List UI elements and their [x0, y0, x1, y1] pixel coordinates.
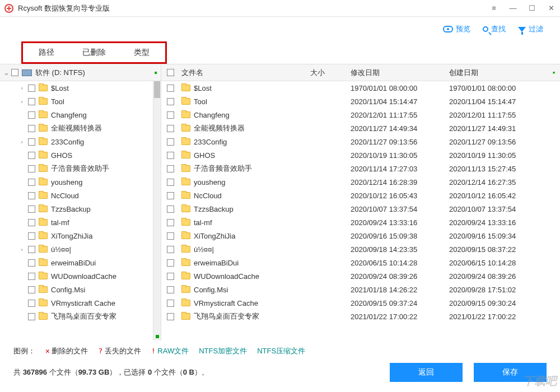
file-row[interactable]: XiTongZhiJia2020/09/16 15:09:382020/09/1… — [161, 229, 560, 242]
file-checkbox[interactable] — [167, 85, 174, 92]
tree-item[interactable]: Changfeng — [0, 108, 161, 122]
file-row[interactable]: 233Config2020/11/27 09:13:562020/11/27 0… — [161, 135, 560, 148]
minimize-button[interactable]: — — [508, 4, 517, 12]
tree-item[interactable]: yousheng — [0, 175, 161, 189]
file-row[interactable]: GHOS2020/10/19 11:30:052020/10/19 11:30:… — [161, 148, 560, 162]
file-row[interactable]: tal-mf2020/09/24 13:33:162020/09/24 13:3… — [161, 216, 560, 229]
file-row[interactable]: $Lost1970/01/01 08:00:001970/01/01 08:00… — [161, 81, 560, 95]
tree-item[interactable]: ›$Lost — [0, 81, 161, 95]
file-row[interactable]: VRmysticraft Cache2020/09/15 09:37:24202… — [161, 296, 560, 310]
root-checkbox[interactable] — [11, 69, 18, 76]
file-checkbox[interactable] — [167, 232, 174, 240]
file-checkbox[interactable] — [167, 179, 174, 186]
tree-checkbox[interactable] — [28, 125, 35, 132]
scrollbar-thumb[interactable] — [154, 81, 160, 98]
tree-checkbox[interactable] — [28, 138, 35, 146]
file-checkbox[interactable] — [167, 98, 174, 105]
file-row[interactable]: Tool2020/11/04 15:14:472020/11/04 15:14:… — [161, 95, 560, 108]
tree-item[interactable]: 飞翔鸟桌面百变专家 — [0, 310, 161, 323]
tree-checkbox[interactable] — [28, 259, 35, 267]
chevron-right-icon[interactable]: › — [19, 98, 25, 105]
tree-checkbox[interactable] — [28, 85, 35, 92]
save-button[interactable]: 保存 — [474, 363, 547, 382]
file-row[interactable]: WUDownloadCache2020/09/24 08:39:262020/0… — [161, 269, 560, 283]
tab-type[interactable]: 类型 — [118, 43, 165, 62]
tree-item[interactable]: 全能视频转换器 — [0, 122, 161, 135]
menu-button[interactable]: ≡ — [489, 4, 498, 12]
filter-button[interactable]: 过滤 — [518, 24, 543, 34]
tree-checkbox[interactable] — [28, 98, 35, 105]
tree-checkbox[interactable] — [28, 232, 35, 240]
tree-item[interactable]: XiTongZhiJia — [0, 229, 161, 242]
file-checkbox[interactable] — [167, 138, 174, 146]
file-checkbox[interactable] — [167, 300, 174, 307]
tree-checkbox[interactable] — [28, 111, 35, 119]
file-row[interactable]: Config.Msi2021/01/18 14:26:222020/09/28 … — [161, 283, 560, 296]
tree-item[interactable]: ›ù½¤¤| — [0, 242, 161, 256]
tree-item[interactable]: Config.Msi — [0, 283, 161, 296]
tree-item[interactable]: erweimaBiDui — [0, 256, 161, 269]
col-modified[interactable]: 修改日期 — [351, 68, 449, 78]
file-checkbox[interactable] — [167, 206, 174, 213]
tree-checkbox[interactable] — [28, 300, 35, 307]
file-row[interactable]: ù½¤¤|2020/09/18 14:23:352020/09/15 08:37… — [161, 242, 560, 256]
tree-checkbox[interactable] — [28, 219, 35, 226]
file-checkbox[interactable] — [167, 273, 174, 280]
tree-checkbox[interactable] — [28, 246, 35, 253]
back-button[interactable]: 返回 — [390, 363, 463, 382]
folder-icon — [39, 300, 48, 306]
chevron-right-icon[interactable]: › — [19, 246, 25, 253]
col-size[interactable]: 大小 — [310, 68, 351, 78]
tree-item[interactable]: TzzsBackup — [0, 202, 161, 216]
search-button[interactable]: 查找 — [483, 24, 506, 34]
file-checkbox[interactable] — [167, 111, 174, 119]
select-all-checkbox[interactable] — [167, 69, 174, 76]
file-row[interactable]: TzzsBackup2020/10/07 13:37:542020/10/07 … — [161, 202, 560, 216]
file-row[interactable]: 飞翔鸟桌面百变专家2021/01/22 17:00:222021/01/22 1… — [161, 310, 560, 323]
tree-checkbox[interactable] — [28, 152, 35, 159]
tab-path[interactable]: 路径 — [23, 43, 71, 62]
tree-item[interactable]: tal-mf — [0, 216, 161, 229]
file-checkbox[interactable] — [167, 246, 174, 253]
file-checkbox[interactable] — [167, 192, 174, 199]
tree-item[interactable]: ›Tool — [0, 95, 161, 108]
tree-item[interactable]: VRmysticraft Cache — [0, 296, 161, 310]
tree-checkbox[interactable] — [28, 179, 35, 186]
file-row[interactable]: 全能视频转换器2020/11/27 14:49:342020/11/27 14:… — [161, 122, 560, 135]
close-button[interactable]: ✕ — [547, 4, 556, 12]
chevron-right-icon[interactable]: › — [19, 85, 25, 91]
tree-header[interactable]: ⌄ 软件 (D: NTFS) ▪ — [0, 64, 161, 81]
file-row[interactable]: yousheng2020/12/14 16:28:392020/12/14 16… — [161, 175, 560, 189]
tree-checkbox[interactable] — [28, 273, 35, 280]
tree-checkbox[interactable] — [28, 286, 35, 293]
file-row[interactable]: 子浩音频音效助手2020/11/14 17:27:032020/11/13 15… — [161, 162, 560, 175]
tree-checkbox[interactable] — [28, 313, 35, 320]
tree-checkbox[interactable] — [28, 206, 35, 213]
tab-deleted[interactable]: 已删除 — [71, 43, 118, 62]
tree-scrollbar[interactable] — [153, 81, 161, 340]
file-checkbox[interactable] — [167, 165, 174, 172]
tree-item[interactable]: ›233Config — [0, 135, 161, 148]
file-checkbox[interactable] — [167, 286, 174, 293]
file-row[interactable]: erweimaBiDui2020/06/15 10:14:282020/06/1… — [161, 256, 560, 269]
maximize-button[interactable]: ☐ — [528, 4, 536, 12]
file-name: GHOS — [194, 151, 215, 160]
file-row[interactable]: NcCloud2020/10/12 16:05:432020/10/12 16:… — [161, 189, 560, 202]
file-checkbox[interactable] — [167, 313, 174, 320]
file-checkbox[interactable] — [167, 259, 174, 267]
tree-item[interactable]: NcCloud — [0, 189, 161, 202]
file-row[interactable]: Changfeng2020/12/01 11:17:552020/12/01 1… — [161, 108, 560, 122]
tree-item[interactable]: WUDownloadCache — [0, 269, 161, 283]
file-checkbox[interactable] — [167, 219, 174, 226]
file-checkbox[interactable] — [167, 125, 174, 132]
chevron-right-icon[interactable]: › — [19, 138, 25, 145]
preview-button[interactable]: 预览 — [443, 24, 470, 34]
tree-item[interactable]: 子浩音频音效助手 — [0, 162, 161, 175]
col-created[interactable]: 创建日期 — [449, 68, 548, 78]
tree-item[interactable]: GHOS — [0, 148, 161, 162]
col-name[interactable]: 文件名 — [179, 68, 310, 78]
tree-checkbox[interactable] — [28, 165, 35, 172]
file-created: 2020/11/27 09:13:56 — [449, 138, 548, 146]
file-checkbox[interactable] — [167, 152, 174, 159]
tree-checkbox[interactable] — [28, 192, 35, 199]
